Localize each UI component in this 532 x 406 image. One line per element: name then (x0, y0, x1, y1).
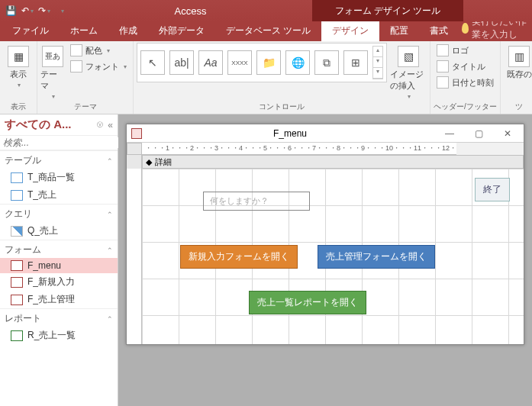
chevron-down-icon[interactable]: ⓥ (97, 121, 103, 129)
query-icon (11, 226, 23, 237)
form-icon (131, 128, 142, 139)
group-label-themes: テーマ (40, 100, 130, 114)
minimize-icon[interactable]: — (438, 128, 461, 139)
nav-section-forms[interactable]: フォーム⌃ (0, 240, 118, 258)
group-label-tools: ツ (504, 100, 532, 114)
form-icon (11, 260, 23, 271)
form-window-titlebar[interactable]: F_menu — ▢ ✕ (127, 124, 524, 143)
tab-home[interactable]: ホーム (60, 21, 108, 41)
form-window-title: F_menu (148, 128, 432, 139)
date-time-button[interactable]: 日付と時刻 (434, 75, 497, 90)
nav-item-query[interactable]: Q_売上 (0, 222, 118, 240)
tab-arrange[interactable]: 配置 (379, 21, 419, 41)
ruler-corner[interactable] (127, 143, 142, 155)
button-control-report[interactable]: 売上一覧レポートを開く (249, 291, 366, 314)
tab-design[interactable]: デザイン (321, 21, 379, 41)
redo-icon[interactable]: ↷▾ (37, 3, 52, 18)
group-label-view: 表示 (3, 100, 34, 114)
navigation-pane: すべての A... ⓥ « 🔍 テーブル⌃ T_商品一覧 T_売上 クエリ⌃ Q… (0, 114, 118, 406)
title-bar: 💾 ↶▾ ↷▾ ▾ Access フォーム デザイン ツール (0, 0, 532, 21)
date-icon (437, 76, 449, 89)
ribbon-group-themes: 亜あ テーマ▾ 配色▾ フォント▾ テーマ (37, 41, 134, 114)
gallery-scroll[interactable]: ▴▾▾ (372, 46, 383, 79)
report-icon (11, 330, 23, 341)
button-control-new-form[interactable]: 新規入力フォームを開く (180, 245, 298, 269)
fields-icon: ▥ (508, 46, 530, 67)
insert-image-button[interactable]: ▧ イメージの挿入▾ (390, 43, 427, 100)
nav-item-form[interactable]: F_新規入力 (0, 273, 118, 291)
shutter-icon[interactable]: « (108, 120, 113, 130)
undo-icon[interactable]: ↶▾ (20, 3, 35, 18)
fonts-button[interactable]: フォント▾ (67, 59, 130, 74)
section-handle-icon: ◆ (146, 157, 152, 167)
nav-item-table[interactable]: T_商品一覧 (0, 169, 118, 186)
title-button[interactable]: タイトル (434, 59, 497, 74)
ribbon-group-tools: ▥ 既存の ツ (501, 41, 532, 114)
bulb-icon (462, 23, 468, 34)
label-tool-icon[interactable]: Aa (198, 50, 223, 75)
group-label-controls: コントロール (137, 100, 427, 114)
qat-more-icon[interactable]: ▾ (55, 3, 70, 18)
ribbon: ▦ 表示▾ 表示 亜あ テーマ▾ 配色▾ フォント▾ テーマ ↖ ab| Aa … (0, 41, 532, 114)
fonts-icon (70, 60, 82, 72)
button-control-sales-form[interactable]: 売上管理フォームを開く (318, 245, 435, 269)
detail-section-bar[interactable]: ◆詳細 (142, 155, 524, 169)
view-icon: ▦ (8, 46, 29, 67)
save-icon[interactable]: 💾 (3, 3, 18, 18)
colors-icon (70, 44, 82, 56)
nav-section-queries[interactable]: クエリ⌃ (0, 204, 118, 222)
button-tool-icon[interactable]: XXXX (227, 50, 252, 75)
table-icon (11, 190, 23, 201)
ribbon-group-view: ▦ 表示▾ 表示 (0, 41, 37, 114)
search-input[interactable] (3, 137, 118, 148)
nav-search[interactable]: 🔍 (0, 136, 118, 150)
ribbon-group-controls: ↖ ab| Aa XXXX 📁 🌐 ⧉ ⊞ ▴▾▾ ▧ イメージの挿入▾ コント… (134, 41, 430, 114)
form-icon (11, 295, 23, 305)
theme-icon: 亜あ (42, 46, 63, 67)
ribbon-tabs: ファイル ホーム 作成 外部データ データベース ツール デザイン 配置 書式 … (0, 21, 532, 41)
theme-button[interactable]: 亜あ テーマ▾ (40, 43, 64, 100)
controls-gallery[interactable]: ↖ ab| Aa XXXX 📁 🌐 ⧉ ⊞ ▴▾▾ (137, 43, 387, 82)
view-button[interactable]: ▦ 表示▾ (3, 43, 34, 89)
nav-item-report[interactable]: R_売上一覧 (0, 327, 118, 344)
form-icon (11, 277, 23, 288)
contextual-tab-title: フォーム デザイン ツール (312, 0, 464, 21)
tab-database-tools[interactable]: データベース ツール (215, 21, 321, 41)
quick-access-toolbar: 💾 ↶▾ ↷▾ ▾ (3, 3, 70, 18)
label-control-prompt[interactable]: 何をしますか？ (203, 192, 310, 211)
combo-tool-icon[interactable]: ⊞ (343, 50, 368, 75)
ribbon-group-header-footer: ロゴ タイトル 日付と時刻 ヘッダー/フッター (430, 41, 501, 114)
app-title: Access (175, 5, 207, 17)
select-tool-icon[interactable]: ↖ (140, 50, 165, 75)
work-area: F_menu — ▢ ✕ ・・・1・・・2・・・3・・・4・・・5・・・6・・・… (118, 114, 532, 406)
button-control-exit[interactable]: 終了 (475, 178, 510, 201)
main-area: すべての A... ⓥ « 🔍 テーブル⌃ T_商品一覧 T_売上 クエリ⌃ Q… (0, 114, 532, 406)
hyperlink-tool-icon[interactable]: 🌐 (285, 50, 310, 75)
textbox-tool-icon[interactable]: ab| (169, 50, 194, 75)
nav-section-tables[interactable]: テーブル⌃ (0, 150, 118, 169)
close-icon[interactable]: ✕ (496, 128, 519, 139)
existing-fields-button[interactable]: ▥ 既存の (504, 43, 532, 80)
tab-format[interactable]: 書式 (419, 21, 459, 41)
design-grid[interactable]: 何をしますか？ 終了 新規入力フォームを開く 売上管理フォームを開く 売上一覧レ… (142, 169, 524, 344)
group-label-header-footer: ヘッダー/フッター (434, 100, 497, 114)
vertical-ruler[interactable] (127, 169, 142, 344)
maximize-icon[interactable]: ▢ (467, 128, 490, 139)
tab-tool-icon[interactable]: 📁 (256, 50, 281, 75)
tab-create[interactable]: 作成 (108, 21, 148, 41)
logo-button[interactable]: ロゴ (434, 43, 497, 58)
image-icon: ▧ (398, 46, 419, 67)
title-icon (437, 60, 449, 72)
form-design-window: F_menu — ▢ ✕ ・・・1・・・2・・・3・・・4・・・5・・・6・・・… (126, 124, 524, 345)
table-icon (11, 172, 23, 183)
tab-external-data[interactable]: 外部データ (148, 21, 215, 41)
horizontal-ruler[interactable]: ・・・1・・・2・・・3・・・4・・・5・・・6・・・7・・・8・・・9・・・1… (142, 143, 456, 155)
colors-button[interactable]: 配色▾ (67, 43, 130, 58)
nav-item-form[interactable]: F_menu (0, 258, 118, 273)
navigation-tool-icon[interactable]: ⧉ (314, 50, 339, 75)
tab-file[interactable]: ファイル (2, 21, 60, 41)
nav-item-form[interactable]: F_売上管理 (0, 291, 118, 308)
nav-item-table[interactable]: T_売上 (0, 186, 118, 204)
nav-header[interactable]: すべての A... ⓥ « (0, 114, 118, 136)
nav-section-reports[interactable]: レポート⌃ (0, 308, 118, 327)
